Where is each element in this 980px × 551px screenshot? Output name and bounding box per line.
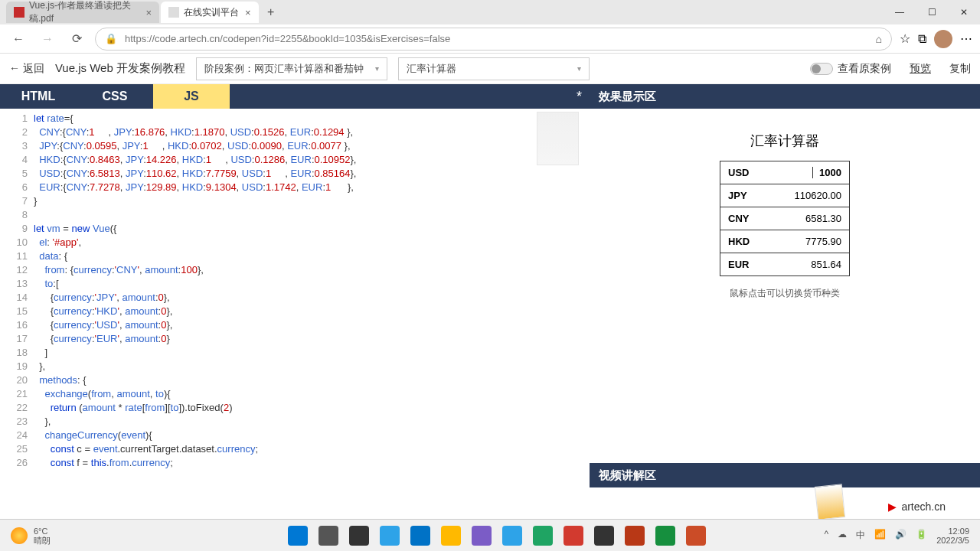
code-editor[interactable]: 1234567891011121314151617181920212223242…: [0, 109, 590, 485]
date: 2022/3/5: [936, 536, 969, 545]
svg-rect-1: [168, 7, 179, 18]
tab-js[interactable]: JS: [153, 84, 230, 109]
chevron-up-icon[interactable]: ^: [825, 529, 829, 542]
watermark-text: artech.cn: [901, 500, 946, 513]
taskbar-app-11[interactable]: [625, 526, 645, 546]
currency-code: JPY: [728, 190, 759, 201]
page-icon: [168, 7, 179, 18]
taskbar: 6°C 晴朗 ^ ☁ 中 📶 🔊 🔋 12:09 2022/3/5: [0, 519, 980, 551]
calc-row[interactable]: USD1000: [720, 161, 849, 184]
modified-indicator: *: [577, 89, 582, 105]
code-tab-bar: HTML CSS JS *: [0, 84, 590, 109]
tab-html[interactable]: HTML: [0, 84, 77, 109]
taskbar-app-6[interactable]: [472, 526, 492, 546]
reader-icon[interactable]: ⌂: [876, 33, 882, 45]
close-icon[interactable]: ×: [245, 7, 251, 18]
weather-desc: 晴朗: [34, 536, 51, 545]
calc-row[interactable]: JPY110620.00: [720, 184, 849, 207]
back-button[interactable]: ←: [8, 28, 29, 50]
show-answer-toggle[interactable]: 查看原案例: [810, 62, 891, 76]
tab-inactive[interactable]: Vue.js-作者最终通读把关稿.pdf ×: [6, 2, 159, 23]
code-text[interactable]: let rate={ CNY:{CNY:1 , JPY:16.876, HKD:…: [34, 109, 590, 485]
preview-link[interactable]: 预览: [910, 62, 931, 76]
calc-row[interactable]: HKD7775.90: [720, 230, 849, 253]
calc-row[interactable]: CNY6581.30: [720, 207, 849, 230]
pdf-icon: [14, 7, 24, 18]
play-icon: ▶: [888, 500, 897, 513]
weather-temp: 6°C: [34, 527, 51, 536]
calc-title: 汇率计算器: [750, 132, 819, 150]
taskbar-app-4[interactable]: [410, 526, 430, 546]
browser-nav-bar: ← → ⟳ 🔒 https://code.artech.cn/codepen?i…: [0, 24, 980, 54]
video-panel: 视频讲解区: [590, 463, 980, 485]
course-title: Vue.js Web 开发案例教程: [55, 61, 185, 76]
editor-area: HTML CSS JS * 12345678910111213141516171…: [0, 84, 980, 485]
toggle-icon: [810, 63, 833, 75]
favorites-icon[interactable]: ☆: [900, 31, 910, 46]
currency-code: EUR: [728, 259, 759, 270]
close-window-button[interactable]: ✕: [948, 2, 980, 23]
amount-value: 110620.00: [795, 190, 841, 201]
right-panel: 效果显示区 汇率计算器 USD1000JPY110620.00CNY6581.3…: [590, 84, 980, 485]
chevron-down-icon: ▾: [577, 64, 581, 73]
taskbar-app-1[interactable]: [318, 526, 338, 546]
wifi-icon[interactable]: 📶: [874, 529, 886, 542]
more-icon[interactable]: ⋯: [960, 31, 972, 46]
new-tab-button[interactable]: +: [260, 2, 282, 23]
effect-header: 效果显示区: [590, 84, 980, 109]
tab-active[interactable]: 在线实训平台 ×: [161, 2, 259, 23]
currency-code: CNY: [728, 213, 759, 224]
lock-icon: 🔒: [105, 33, 117, 44]
header-actions: 查看原案例 预览 复制: [810, 62, 971, 76]
lang-icon[interactable]: 中: [856, 529, 865, 542]
taskbar-app-2[interactable]: [349, 526, 369, 546]
taskbar-app-5[interactable]: [441, 526, 461, 546]
volume-icon[interactable]: 🔊: [895, 529, 906, 542]
taskbar-app-9[interactable]: [564, 526, 583, 546]
course-header: ← 返回 Vue.js Web 开发案例教程 阶段案例：网页汇率计算器和番茄钟 …: [0, 54, 980, 84]
exercise-select-value: 汇率计算器: [407, 62, 456, 76]
taskbar-app-13[interactable]: [686, 526, 706, 546]
video-header: 视频讲解区: [590, 463, 980, 487]
currency-code: USD: [728, 167, 759, 178]
calc-hint: 鼠标点击可以切换货币种类: [730, 287, 840, 300]
onedrive-icon[interactable]: ☁: [838, 529, 847, 542]
url-text: https://code.artech.cn/codepen?id=2255&b…: [125, 33, 450, 44]
chapter-select[interactable]: 阶段案例：网页汇率计算器和番茄钟 ▾: [196, 57, 387, 80]
chevron-down-icon: ▾: [375, 64, 379, 73]
minimap[interactable]: [537, 112, 579, 165]
profile-avatar[interactable]: [934, 30, 952, 48]
taskbar-apps: [288, 526, 706, 546]
code-panel: HTML CSS JS * 12345678910111213141516171…: [0, 84, 590, 485]
tab-css[interactable]: CSS: [77, 84, 153, 109]
forward-button[interactable]: →: [37, 28, 58, 50]
taskbar-app-8[interactable]: [533, 526, 553, 546]
amount-value: 7775.90: [805, 236, 841, 247]
back-link[interactable]: ← 返回: [9, 62, 44, 76]
battery-icon[interactable]: 🔋: [916, 529, 927, 542]
amount-input[interactable]: 1000: [812, 167, 841, 178]
reload-button[interactable]: ⟳: [66, 28, 87, 50]
close-icon[interactable]: ×: [145, 7, 152, 18]
copy-button[interactable]: 复制: [949, 62, 971, 76]
sun-icon: [11, 527, 28, 544]
minimize-button[interactable]: —: [884, 2, 916, 23]
preview-frame: 汇率计算器 USD1000JPY110620.00CNY6581.30HKD77…: [590, 109, 980, 463]
exercise-select[interactable]: 汇率计算器 ▾: [398, 57, 590, 80]
taskbar-app-0[interactable]: [288, 526, 308, 546]
book-thumbnail: [815, 484, 845, 520]
taskbar-app-10[interactable]: [594, 526, 614, 546]
taskbar-app-12[interactable]: [655, 526, 675, 546]
clock[interactable]: 12:09 2022/3/5: [936, 527, 969, 545]
address-bar[interactable]: 🔒 https://code.artech.cn/codepen?id=2255…: [95, 28, 892, 51]
maximize-button[interactable]: ☐: [916, 2, 948, 23]
time: 12:09: [948, 527, 969, 536]
weather-widget[interactable]: 6°C 晴朗: [11, 527, 51, 545]
system-tray: ^ ☁ 中 📶 🔊 🔋 12:09 2022/3/5: [825, 527, 969, 545]
tab-title: 在线实训平台: [184, 6, 239, 19]
calc-row[interactable]: EUR851.64: [720, 253, 849, 276]
taskbar-app-7[interactable]: [502, 526, 522, 546]
taskbar-app-3[interactable]: [380, 526, 400, 546]
collections-icon[interactable]: ⧉: [918, 32, 926, 46]
url-actions: ⌂: [876, 33, 882, 45]
